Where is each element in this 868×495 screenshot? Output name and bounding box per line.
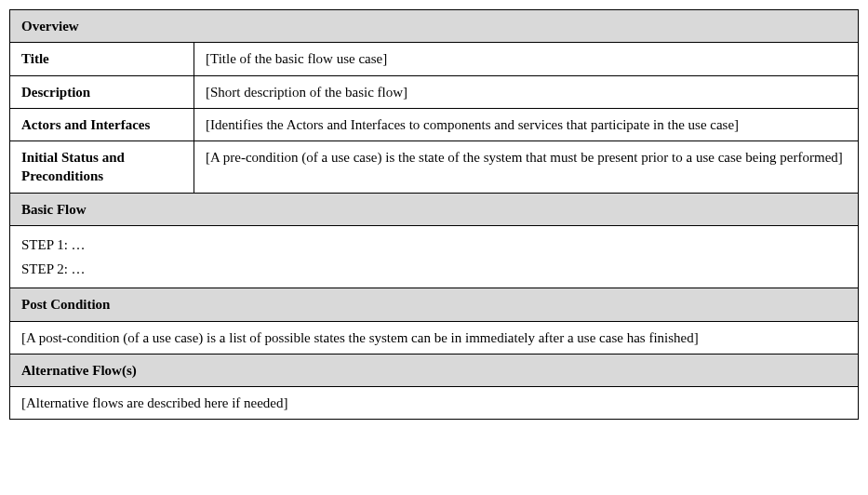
post-condition-value: [A post-condition (of a use case) is a l… bbox=[10, 321, 859, 354]
actors-value: [Identifies the Actors and Interfaces to… bbox=[194, 108, 859, 140]
post-condition-row: [A post-condition (of a use case) is a l… bbox=[10, 321, 859, 354]
overview-header-row: Overview bbox=[10, 10, 859, 43]
alternative-flows-row: [Alternative flows are described here if… bbox=[10, 387, 859, 420]
actors-row: Actors and Interfaces [Identifies the Ac… bbox=[10, 108, 859, 140]
post-condition-header-row: Post Condition bbox=[10, 288, 859, 321]
alternative-flows-value: [Alternative flows are described here if… bbox=[10, 387, 859, 420]
overview-header: Overview bbox=[10, 10, 859, 43]
initial-value: [A pre-condition (of a use case) is the … bbox=[194, 141, 859, 194]
basic-flow-steps-cell: STEP 1: … STEP 2: … bbox=[10, 225, 859, 288]
post-condition-header: Post Condition bbox=[10, 288, 859, 321]
initial-label: Initial Status and Preconditions bbox=[10, 141, 194, 194]
basic-flow-header: Basic Flow bbox=[10, 193, 859, 225]
basic-flow-steps-row: STEP 1: … STEP 2: … bbox=[10, 225, 859, 288]
alternative-flows-header: Alternative Flow(s) bbox=[10, 354, 859, 386]
description-row: Description [Short description of the ba… bbox=[10, 75, 859, 108]
alternative-flows-header-row: Alternative Flow(s) bbox=[10, 354, 859, 386]
title-value: [Title of the basic flow use case] bbox=[194, 43, 859, 75]
title-row: Title [Title of the basic flow use case] bbox=[10, 43, 859, 75]
use-case-table: Overview Title [Title of the basic flow … bbox=[9, 9, 859, 420]
step-2: STEP 2: … bbox=[21, 257, 847, 281]
description-value: [Short description of the basic flow] bbox=[194, 75, 859, 108]
basic-flow-header-row: Basic Flow bbox=[10, 193, 859, 225]
initial-row: Initial Status and Preconditions [A pre-… bbox=[10, 141, 859, 194]
description-label: Description bbox=[10, 75, 194, 108]
actors-label: Actors and Interfaces bbox=[10, 108, 194, 140]
step-1: STEP 1: … bbox=[21, 233, 847, 257]
title-label: Title bbox=[10, 43, 194, 75]
